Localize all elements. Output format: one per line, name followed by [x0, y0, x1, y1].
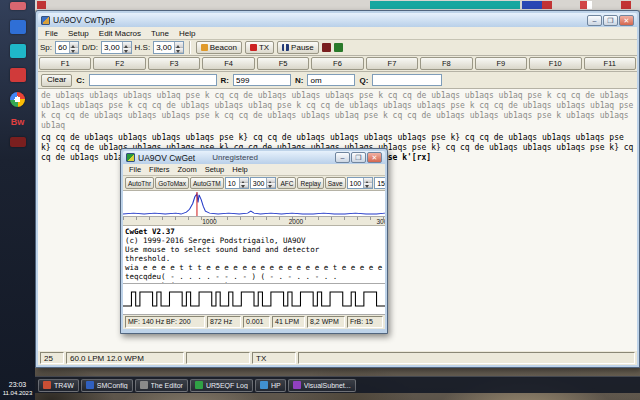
min-speed-value: 100 [348, 178, 364, 188]
cwtype-app-icon [41, 16, 50, 25]
taskbar-item-label: SMConfig [97, 382, 128, 389]
desktop-top-strip [35, 0, 640, 10]
clear-button[interactable]: Clear [41, 74, 72, 87]
spin-down-icon[interactable] [240, 183, 248, 188]
taskbar-icon-blue-app[interactable] [10, 20, 26, 34]
taskbar-icon-pink[interactable] [10, 2, 26, 10]
macro-f8[interactable]: F8 [420, 57, 472, 70]
name-input[interactable] [307, 74, 355, 86]
app-icon [86, 381, 94, 389]
gotomax-button[interactable]: GoToMax [155, 177, 189, 189]
spinner-arrows[interactable] [122, 42, 131, 53]
menu-zoom[interactable]: Zoom [174, 165, 201, 174]
macro-f4[interactable]: F4 [202, 57, 254, 70]
hand-speed-spinner[interactable]: 3,00 [153, 41, 184, 54]
macro-f2[interactable]: F2 [93, 57, 145, 70]
taskbar-item-visualsubnet[interactable]: VisualSubnet... [288, 379, 356, 392]
taskbar-icon-bw[interactable]: Bw [0, 117, 35, 127]
minimize-button[interactable]: – [587, 15, 602, 26]
taskbar-item-smconfig[interactable]: SMConfig [81, 379, 133, 392]
autothr-button[interactable]: AutoThr [125, 177, 154, 189]
maximize-button[interactable]: ❐ [351, 152, 366, 163]
speed-spinner[interactable]: 60 [55, 41, 79, 54]
band-spinner[interactable]: 300 [250, 177, 277, 189]
autogtm-button[interactable]: AutoGTM [190, 177, 224, 189]
menu-tune[interactable]: Tune [146, 29, 174, 38]
macro-f7[interactable]: F7 [366, 57, 418, 70]
cwget-titlebar[interactable]: UA9OV CwGet Unregistered – ❐ ✕ [123, 151, 385, 164]
close-button[interactable]: ✕ [619, 15, 634, 26]
spinner-arrows[interactable] [69, 42, 78, 53]
desktop-icon-red-3[interactable] [621, 1, 631, 9]
monitor-icon[interactable] [334, 43, 343, 52]
pause-button[interactable]: Pause [277, 41, 319, 54]
spin-down-icon[interactable] [175, 48, 183, 54]
scale-label-3000: 3000 [376, 218, 385, 225]
spin-down-icon[interactable] [267, 183, 275, 188]
macro-f10[interactable]: F10 [529, 57, 581, 70]
cwtype-titlebar[interactable]: UA9OV CwType – ❐ ✕ [38, 13, 637, 27]
replay-button[interactable]: Replay [297, 177, 323, 189]
beacon-button[interactable]: Beacon [196, 41, 242, 54]
decoded-line: Use mouse to select sound band and detec… [125, 245, 383, 254]
received-text: de ub1aqs ub1aqs ub1aqs ub1aq pse k cq c… [41, 91, 634, 131]
spin-down-icon[interactable] [364, 183, 372, 188]
menu-file[interactable]: File [125, 165, 145, 174]
taskbar-item-ur5eqf-log[interactable]: UR5EQF Log [190, 379, 253, 392]
menu-filters[interactable]: Filters [145, 165, 173, 174]
macro-f1[interactable]: F1 [39, 57, 91, 70]
status-speed: 60.0 LPM 12.0 WPM [66, 352, 184, 364]
taskbar-item-tr4w[interactable]: TR4W [38, 379, 79, 392]
cwget-title: UA9OV CwGet [138, 153, 195, 163]
key-icon[interactable] [322, 43, 331, 52]
save-button[interactable]: Save [325, 177, 346, 189]
macro-f5[interactable]: F5 [257, 57, 309, 70]
menu-help[interactable]: Help [228, 165, 251, 174]
taskbar-item-editor[interactable]: The Editor [135, 379, 188, 392]
minimize-button[interactable]: – [335, 152, 350, 163]
decoded-text-area[interactable]: CwGet V2.37 (c) 1999-2016 Sergei Podstri… [123, 226, 385, 284]
dash-dot-spinner[interactable]: 3,00 [101, 41, 132, 54]
taskbar-item-hp[interactable]: HP [255, 379, 286, 392]
call-input[interactable] [89, 74, 217, 86]
desktop-icon-red-2[interactable] [580, 1, 592, 9]
taskbar-item-label: The Editor [151, 382, 183, 389]
taskbar-icon-red-app[interactable] [10, 68, 26, 82]
menu-setup[interactable]: Setup [63, 29, 94, 38]
spin-down-icon[interactable] [70, 48, 78, 54]
menu-edit-macros[interactable]: Edit Macros [94, 29, 146, 38]
min-speed-spinner[interactable]: 100 [347, 177, 374, 189]
spinner-arrows[interactable] [266, 178, 275, 188]
max-speed-spinner[interactable]: 150 [374, 177, 385, 189]
spinner-arrows[interactable] [174, 42, 183, 53]
menu-setup[interactable]: Setup [201, 165, 229, 174]
threshold-spinner[interactable]: 10 [225, 177, 249, 189]
macro-f3[interactable]: F3 [148, 57, 200, 70]
menu-file[interactable]: File [40, 29, 63, 38]
app-icon [140, 381, 148, 389]
qth-input[interactable] [372, 74, 442, 86]
cwtype-menubar: File Setup Edit Macros Tune Help [38, 27, 637, 40]
tx-button[interactable]: TX [245, 41, 274, 54]
scale-label-1000: 1000 [202, 218, 216, 225]
spectrum-display[interactable] [123, 191, 385, 217]
spin-down-icon[interactable] [123, 48, 131, 54]
macro-f11[interactable]: F11 [584, 57, 636, 70]
bottom-taskbar: TR4W SMConfig The Editor UR5EQF Log HP V… [35, 376, 640, 393]
desktop-icon-red-1[interactable] [542, 1, 552, 9]
browser-icon[interactable] [10, 92, 25, 107]
menu-help[interactable]: Help [174, 29, 200, 38]
cwget-statusbar: MF: 140 Hz BF: 200 872 Hz 0.001 41 LPM 8… [123, 315, 385, 329]
taskbar-item-label: HP [271, 382, 281, 389]
afc-button[interactable]: AFC [277, 177, 296, 189]
taskbar-icon-teal-app[interactable] [10, 44, 26, 58]
rst-input[interactable] [233, 74, 291, 86]
macro-f6[interactable]: F6 [311, 57, 363, 70]
taskbar-icon-dark-red[interactable] [10, 137, 26, 147]
macro-f9[interactable]: F9 [475, 57, 527, 70]
spinner-arrows[interactable] [239, 178, 248, 188]
close-button[interactable]: ✕ [367, 152, 382, 163]
maximize-button[interactable]: ❐ [603, 15, 618, 26]
spinner-arrows[interactable] [363, 178, 372, 188]
status-lpm: 41 LPM [272, 316, 305, 328]
